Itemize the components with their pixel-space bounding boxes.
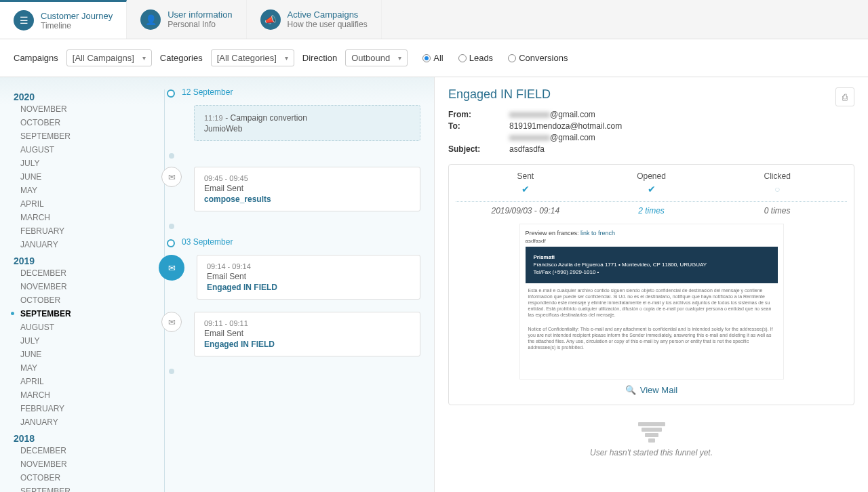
month-item[interactable]: OCTOBER — [14, 116, 129, 129]
month-item[interactable]: AUGUST — [14, 321, 129, 334]
timeline-card: 09:45 - 09:45 Email Sent compose_results — [194, 167, 420, 211]
header-from: From: xxxxxxxxxx@gmail.com — [448, 110, 854, 119]
chevron-down-icon: ▾ — [285, 54, 288, 62]
categories-label: Categories — [160, 53, 203, 63]
month-item[interactable]: JANUARY — [14, 415, 129, 429]
megaphone-icon: 📣 — [260, 9, 281, 30]
categories-select[interactable]: [All Categories]▾ — [211, 49, 294, 66]
timeline-dot — [169, 224, 174, 229]
tab-subtitle: Personal Info — [167, 20, 232, 29]
timeline-card: 09:14 - 09:14 Email Sent Engaged IN FIEL… — [197, 255, 420, 300]
detail-panel: ⎙ Engaged IN FIELD From: xxxxxxxxxx@gmai… — [434, 77, 868, 492]
timeline: 12 September 11:19 - Campaign convertion… — [142, 77, 434, 492]
month-item[interactable]: NOVEMBER — [14, 280, 129, 293]
printer-icon: ⎙ — [842, 92, 848, 102]
month-item[interactable]: JUNE — [14, 170, 129, 184]
timeline-date: 03 September — [182, 237, 427, 247]
tab-title: Active Campaigns — [288, 9, 368, 20]
year-month-sidebar: 2020NOVEMBEROCTOBERSEPTEMBERAUGUSTJULYJU… — [0, 77, 142, 492]
radio-icon — [458, 54, 467, 62]
timeline-item-email-selected[interactable]: ✉ 09:14 - 09:14 Email Sent Engaged IN FI… — [149, 255, 427, 300]
timeline-dot — [169, 153, 174, 159]
month-item[interactable]: SEPTEMBER — [14, 307, 129, 321]
tab-active-campaigns[interactable]: 📣 Active Campaigns How the user qualifie… — [247, 0, 382, 39]
timeline-item-email[interactable]: ✉ 09:11 - 09:11 Email Sent Engaged IN FI… — [149, 312, 427, 356]
month-item[interactable]: APRIL — [14, 197, 129, 211]
year-heading[interactable]: 2018 — [14, 433, 129, 444]
tab-user-info[interactable]: 👤 User information Personal Info — [127, 0, 246, 39]
timeline-item-campaign-conversion[interactable]: 11:19 - Campaign convertion JumioWeb — [149, 105, 427, 141]
month-item[interactable]: DECEMBER — [14, 266, 129, 280]
header-to: To: 819191mendoza@hotmail.com — [448, 121, 854, 131]
header-subject: Subject: asdfasdfa — [448, 144, 854, 154]
filters-bar: Campaigns [All Campaigns]▾ Categories [A… — [0, 39, 868, 77]
timeline-dot — [169, 369, 174, 374]
year-heading[interactable]: 2020 — [14, 91, 129, 102]
tracking-box: Sent ✔ Opened ✔ Clicked ○ 2019/09/03 - 0… — [448, 164, 854, 405]
chevron-down-icon: ▾ — [398, 54, 401, 62]
timeline-date: 12 September — [182, 87, 427, 97]
month-item[interactable]: MAY — [14, 361, 129, 375]
top-tabs: ☰ Customer Journey Timeline 👤 User infor… — [0, 0, 868, 39]
month-item[interactable]: AUGUST — [14, 143, 129, 157]
campaigns-label: Campaigns — [14, 53, 58, 63]
radio-leads[interactable]: Leads — [458, 53, 493, 63]
radio-icon — [422, 54, 431, 62]
month-item[interactable]: MARCH — [14, 388, 129, 402]
month-item[interactable]: DECEMBER — [14, 444, 129, 457]
email-preview: Preview en frances: link to french asdfa… — [519, 224, 784, 380]
dot-icon: ○ — [714, 184, 840, 194]
preview-lang-link[interactable]: link to french — [580, 230, 615, 237]
month-item[interactable]: NOVEMBER — [14, 102, 129, 116]
search-icon: 🔍 — [625, 385, 636, 395]
user-icon: 👤 — [140, 9, 161, 30]
mail-icon: ✉ — [161, 312, 182, 332]
month-item[interactable]: JANUARY — [14, 238, 129, 251]
month-item[interactable]: JULY — [14, 157, 129, 170]
month-item[interactable]: SEPTEMBER — [14, 485, 129, 492]
campaigns-select[interactable]: [All Campaigns]▾ — [66, 49, 152, 66]
timeline-item-email[interactable]: ✉ 09:45 - 09:45 Email Sent compose_resul… — [149, 167, 427, 211]
print-button[interactable]: ⎙ — [835, 87, 854, 106]
track-opened: Opened ✔ — [589, 171, 715, 197]
content: 2020NOVEMBEROCTOBERSEPTEMBERAUGUSTJULYJU… — [0, 77, 868, 492]
tab-customer-journey[interactable]: ☰ Customer Journey Timeline — [0, 0, 127, 39]
direction-select[interactable]: Outbound▾ — [345, 49, 408, 66]
month-item[interactable]: SEPTEMBER — [14, 129, 129, 143]
month-item[interactable]: OCTOBER — [14, 293, 129, 307]
detail-title: Engaged IN FIELD — [448, 87, 854, 102]
funnel-status: User hasn't started this funnel yet. — [448, 422, 854, 457]
tab-subtitle: How the user qualifies — [288, 20, 368, 29]
month-item[interactable]: NOVEMBER — [14, 457, 129, 471]
month-item[interactable]: MARCH — [14, 211, 129, 224]
check-icon: ✔ — [462, 184, 589, 194]
direction-label: Direction — [302, 53, 337, 63]
timeline-line — [164, 89, 165, 492]
mail-icon: ✉ — [159, 255, 184, 281]
radio-conversions[interactable]: Conversions — [508, 53, 568, 63]
timeline-card: 09:11 - 09:11 Email Sent Engaged IN FIEL… — [194, 312, 420, 356]
track-sent: Sent ✔ — [462, 171, 589, 197]
month-item[interactable]: FEBRUARY — [14, 402, 129, 415]
funnel-icon — [448, 422, 854, 443]
month-item[interactable]: OCTOBER — [14, 471, 129, 485]
track-clicked: Clicked ○ — [714, 171, 840, 197]
month-item[interactable]: FEBRUARY — [14, 224, 129, 238]
mail-icon: ✉ — [161, 167, 182, 187]
header-cc: xxxxxxxxxx@gmail.com — [448, 133, 854, 142]
month-item[interactable]: JUNE — [14, 348, 129, 361]
check-icon: ✔ — [589, 184, 715, 194]
tab-title: User information — [167, 9, 232, 20]
month-item[interactable]: APRIL — [14, 375, 129, 388]
tab-subtitle: Timeline — [41, 21, 113, 30]
tab-title: Customer Journey — [41, 11, 113, 21]
year-heading[interactable]: 2019 — [14, 255, 129, 266]
chevron-down-icon: ▾ — [142, 54, 146, 62]
list-icon: ☰ — [14, 10, 34, 30]
month-item[interactable]: JULY — [14, 334, 129, 348]
radio-icon — [508, 54, 516, 62]
divider — [456, 201, 847, 202]
view-mail-link[interactable]: 🔍View Mail — [462, 385, 840, 395]
radio-all[interactable]: All — [422, 53, 443, 63]
month-item[interactable]: MAY — [14, 184, 129, 197]
